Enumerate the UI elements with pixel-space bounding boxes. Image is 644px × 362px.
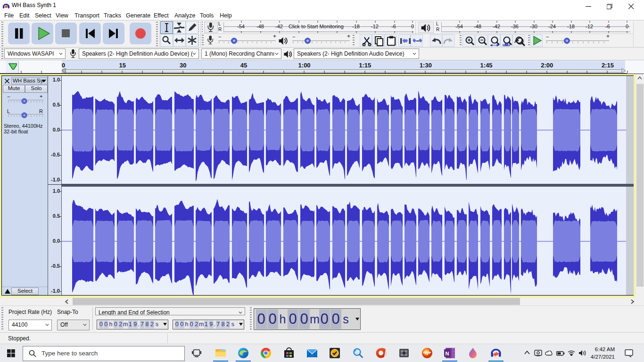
- svg-text:N: N: [446, 351, 449, 356]
